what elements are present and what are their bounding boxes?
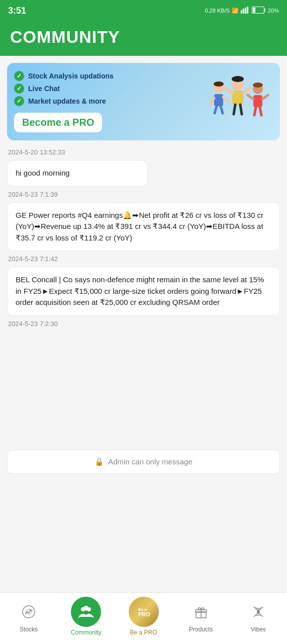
status-icons: 0.28 KB/S 📶 20% — [205, 7, 279, 15]
svg-line-24 — [260, 107, 261, 115]
svg-line-22 — [262, 95, 268, 99]
pro-icon: Be a PRO — [136, 604, 152, 620]
battery-icon — [252, 7, 266, 15]
timestamp-1: 2024-5-20 13:52:33 — [8, 148, 280, 156]
svg-point-32 — [83, 606, 88, 611]
check-icon-2: ✓ — [14, 84, 24, 94]
svg-line-15 — [225, 88, 232, 93]
signal-icon — [241, 7, 250, 15]
timestamp-2: 2024-5-23 7:1:39 — [8, 191, 280, 198]
lock-icon: 🔒 — [94, 457, 104, 466]
message-2-text: GE Power reports #Q4 earnings🔔➡Net profi… — [16, 211, 263, 242]
svg-line-10 — [223, 97, 228, 102]
vibes-label: Vibes — [251, 626, 266, 633]
svg-point-26 — [232, 76, 244, 82]
svg-line-21 — [248, 95, 253, 99]
svg-rect-6 — [264, 9, 265, 12]
svg-line-9 — [210, 98, 214, 104]
nav-item-stocks[interactable]: Stocks — [0, 600, 57, 633]
message-bubble-2: GE Power reports #Q4 earnings🔔➡Net profi… — [7, 202, 280, 252]
stocks-icon-wrap — [17, 600, 41, 624]
svg-line-18 — [240, 105, 242, 114]
status-bar: 3:51 0.28 KB/S 📶 20% — [0, 0, 287, 21]
svg-point-38 — [257, 610, 260, 613]
svg-point-25 — [214, 82, 224, 87]
community-icon-wrap — [71, 597, 101, 627]
vibes-icon — [251, 605, 265, 619]
pro-feature-2-label: Live Chat — [28, 85, 60, 93]
svg-line-16 — [243, 88, 250, 93]
battery-percent: 20% — [268, 8, 279, 14]
nav-item-community[interactable]: Community — [57, 597, 115, 636]
svg-line-23 — [254, 107, 256, 115]
svg-rect-1 — [243, 9, 244, 14]
svg-line-17 — [234, 105, 235, 114]
svg-rect-2 — [245, 8, 246, 14]
message-bubble-1: hi good morning — [7, 160, 148, 187]
products-icon-wrap — [189, 600, 213, 624]
community-icon — [78, 604, 94, 620]
check-icon-1: ✓ — [14, 71, 24, 81]
pro-label: Be a PRO — [130, 629, 157, 636]
pro-banner-features: ✓ Stock Analysis updations ✓ Live Chat ✓… — [14, 71, 208, 132]
svg-line-12 — [221, 106, 223, 113]
svg-point-28 — [23, 606, 35, 618]
become-pro-label: Become a PRO — [22, 117, 94, 128]
admin-bar: 🔒 Admin can only message — [7, 450, 280, 474]
message-3-text: BEL Concall | Co says non-defence might … — [16, 275, 264, 306]
network-speed: 0.28 KB/S — [205, 8, 230, 14]
nav-item-pro[interactable]: Be a PRO Be a PRO — [115, 597, 172, 636]
stocks-label: Stocks — [20, 626, 38, 633]
wifi-icon: 📶 — [232, 8, 239, 14]
products-icon — [194, 605, 208, 619]
status-time: 3:51 — [8, 6, 26, 16]
community-label: Community — [71, 629, 102, 636]
timestamp-4: 2024-5-23 7:2:30 — [8, 320, 280, 328]
pro-feature-3-label: Market updates & more — [28, 97, 106, 105]
pro-icon-wrap: Be a PRO — [129, 597, 159, 627]
content-area: ✓ Stock Analysis updations ✓ Live Chat ✓… — [0, 56, 287, 450]
svg-line-11 — [215, 106, 217, 113]
stocks-icon — [22, 605, 36, 619]
pro-feature-3: ✓ Market updates & more — [14, 96, 208, 106]
admin-bar-text: Admin can only message — [108, 457, 193, 466]
banner-illustration — [208, 74, 273, 129]
timestamp-3: 2024-5-23 7:1:42 — [8, 255, 280, 263]
svg-rect-0 — [241, 10, 242, 14]
nav-item-vibes[interactable]: Vibes — [230, 600, 287, 633]
svg-rect-3 — [247, 7, 248, 14]
svg-point-27 — [253, 83, 263, 88]
svg-rect-14 — [232, 91, 243, 105]
vibes-icon-wrap — [246, 600, 270, 624]
page-title: COMMUNITY — [10, 27, 277, 47]
svg-rect-5 — [253, 8, 255, 13]
become-pro-button[interactable]: Become a PRO — [14, 113, 102, 132]
pro-banner[interactable]: ✓ Stock Analysis updations ✓ Live Chat ✓… — [7, 63, 280, 140]
bottom-nav: Stocks Community Be a PRO Be a PRO — [0, 592, 287, 644]
svg-text:PRO: PRO — [138, 611, 150, 617]
pro-feature-2: ✓ Live Chat — [14, 84, 208, 94]
check-icon-3: ✓ — [14, 96, 24, 106]
header: COMMUNITY — [0, 21, 287, 56]
admin-bar-wrapper: 🔒 Admin can only message — [0, 450, 287, 474]
svg-rect-20 — [253, 95, 262, 107]
people-svg — [208, 74, 273, 129]
pro-feature-1-label: Stock Analysis updations — [28, 72, 114, 80]
svg-rect-8 — [214, 94, 223, 106]
message-bubble-3: BEL Concall | Co says non-defence might … — [7, 267, 280, 316]
products-label: Products — [189, 626, 213, 633]
pro-feature-1: ✓ Stock Analysis updations — [14, 71, 208, 81]
nav-item-products[interactable]: Products — [172, 600, 230, 633]
